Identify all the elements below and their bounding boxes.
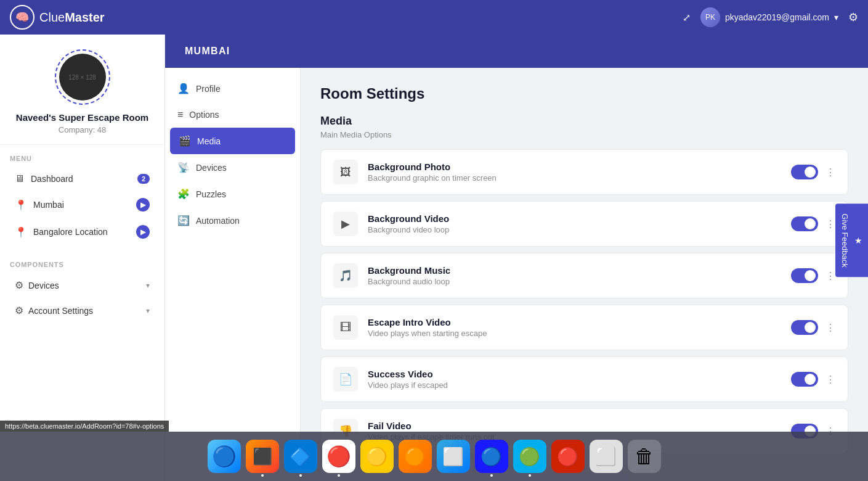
- devices-label: Devices: [28, 281, 59, 290]
- background-video-toggle[interactable]: [791, 216, 818, 231]
- sidebar-item-bangalore[interactable]: 📍 Bangalore Location ▶: [10, 219, 155, 245]
- background-video-more-icon[interactable]: ⋮: [825, 218, 835, 230]
- profile-nav-label: Profile: [196, 84, 221, 94]
- nav-item-media[interactable]: 🎬 Media: [170, 128, 295, 154]
- dock-dot-skype: [529, 474, 531, 477]
- dock-preview[interactable]: ⬜: [590, 440, 623, 473]
- escape-intro-desc: Video plays when starting escape: [368, 329, 781, 338]
- success-video-name: Success Video: [368, 369, 781, 379]
- preview-icon: ⬜: [595, 446, 617, 467]
- feedback-label: Give Feedback: [840, 213, 850, 267]
- dock-app-red[interactable]: 🔴: [551, 440, 585, 473]
- background-photo-toggle[interactable]: [791, 165, 818, 179]
- mac-dock: 🔵 ⬛ 🔷 🔴 🟡 🟠 ⬜ 🔵 🟢 🔴 ⬜ 🗑: [0, 432, 868, 481]
- media-nav-label: Media: [197, 136, 221, 146]
- finder-icon: 🔵: [212, 445, 237, 468]
- settings-icon[interactable]: ⚙: [848, 10, 858, 24]
- bangalore-icon: 📍: [15, 226, 27, 238]
- page-title: Room Settings: [320, 85, 848, 102]
- background-photo-info: Background Photo Background graphic on t…: [368, 162, 781, 183]
- trash-icon: 🗑: [635, 445, 654, 468]
- puzzles-nav-label: Puzzles: [196, 189, 226, 199]
- main-content: MUMBAI 👤 Profile ≡ Options 🎬 Media: [165, 35, 868, 481]
- app-red-icon: 🔴: [557, 446, 578, 467]
- room-name: Naveed's Super Escape Room: [16, 112, 148, 123]
- menu-section: MENU 🖥 Dashboard 2 📍 Mumbai ▶ 📍 Bangalor…: [0, 145, 164, 251]
- media-card-background-photo: 🖼 Background Photo Background graphic on…: [320, 149, 848, 195]
- user-menu[interactable]: PK pkyadav22019@gmail.com ▾: [700, 7, 838, 27]
- dock-appstore[interactable]: ⬜: [437, 440, 470, 473]
- background-music-icon: 🎵: [333, 263, 358, 288]
- expand-icon[interactable]: ⤢: [683, 12, 691, 23]
- middle-navigation: 👤 Profile ≡ Options 🎬 Media 📡 Devices 🧩: [165, 68, 301, 481]
- left-sidebar: 128 × 128 Naveed's Super Escape Room Com…: [0, 35, 165, 481]
- dock-trash[interactable]: 🗑: [628, 440, 661, 473]
- profile-section: 128 × 128 Naveed's Super Escape Room Com…: [0, 35, 164, 145]
- dock-notes[interactable]: 🟡: [360, 440, 394, 473]
- background-music-toggle[interactable]: [791, 268, 818, 283]
- dock-skype[interactable]: 🟢: [513, 440, 546, 473]
- media-card-background-video: ▶ Background Video Background video loop…: [320, 201, 848, 247]
- devices-icon: ⚙: [15, 279, 23, 291]
- dock-chrome[interactable]: 🔴: [322, 440, 355, 473]
- content-area: 👤 Profile ≡ Options 🎬 Media 📡 Devices 🧩: [165, 68, 868, 481]
- launchpad-icon: ⬛: [253, 447, 272, 466]
- media-card-success-video: 📄 Success Video Video plays if escaped ⋮: [320, 356, 848, 402]
- escape-intro-name: Escape Intro Video: [368, 317, 781, 327]
- puzzles-nav-icon: 🧩: [177, 188, 190, 200]
- background-music-controls: ⋮: [791, 268, 835, 283]
- logo-icon: 🧠: [10, 5, 34, 30]
- dashboard-icon: 🖥: [15, 173, 25, 184]
- components-label: COMPONENTS: [10, 261, 155, 268]
- background-photo-name: Background Photo: [368, 162, 781, 172]
- background-photo-controls: ⋮: [791, 165, 835, 179]
- account-settings-label: Account Settings: [28, 306, 93, 316]
- dock-finder[interactable]: 🔵: [208, 440, 241, 473]
- escape-intro-toggle[interactable]: [791, 320, 818, 335]
- nav-item-automation[interactable]: 🔄 Automation: [165, 207, 300, 234]
- sidebar-item-dashboard[interactable]: 🖥 Dashboard 2: [10, 167, 155, 191]
- nav-item-puzzles[interactable]: 🧩 Puzzles: [165, 181, 300, 207]
- background-music-more-icon[interactable]: ⋮: [825, 270, 835, 282]
- devices-nav-label: Devices: [196, 163, 227, 173]
- options-nav-icon: ≡: [177, 109, 183, 120]
- avatar-inner: 128 × 128: [59, 54, 106, 101]
- dock-dot: [261, 474, 264, 477]
- dock-launchpad[interactable]: ⬛: [246, 440, 279, 473]
- sidebar-item-account-settings[interactable]: ⚙ Account Settings ▾: [10, 298, 155, 323]
- skype-icon: 🟢: [519, 446, 540, 467]
- mumbai-icon: 📍: [15, 199, 27, 211]
- mumbai-active-dot: ▶: [136, 198, 150, 212]
- dock-vscode[interactable]: 🔷: [284, 440, 317, 473]
- background-video-icon: ▶: [333, 212, 358, 236]
- nav-item-profile[interactable]: 👤 Profile: [165, 75, 300, 102]
- profile-nav-icon: 👤: [177, 83, 190, 94]
- dock-pages[interactable]: 🟠: [399, 440, 432, 473]
- options-nav-label: Options: [189, 110, 219, 120]
- account-settings-icon: ⚙: [15, 305, 23, 316]
- escape-intro-more-icon[interactable]: ⋮: [825, 322, 835, 334]
- dock-browser[interactable]: 🔵: [475, 440, 508, 473]
- account-settings-chevron-icon: ▾: [146, 306, 150, 315]
- background-photo-more-icon[interactable]: ⋮: [825, 166, 835, 178]
- feedback-button[interactable]: ★ Give Feedback: [835, 204, 868, 277]
- notes-icon: 🟡: [366, 446, 387, 467]
- company-info: Company: 48: [59, 125, 106, 134]
- success-video-more-icon[interactable]: ⋮: [825, 374, 835, 385]
- sidebar-item-devices[interactable]: ⚙ Devices ▾: [10, 273, 155, 297]
- success-video-toggle[interactable]: [791, 372, 818, 387]
- media-card-background-music: 🎵 Background Music Background audio loop…: [320, 253, 848, 298]
- sidebar-item-mumbai[interactable]: 📍 Mumbai ▶: [10, 192, 155, 218]
- nav-item-devices[interactable]: 📡 Devices: [165, 154, 300, 181]
- automation-nav-label: Automation: [196, 216, 240, 226]
- browser-icon: 🔵: [481, 446, 502, 467]
- chrome-icon: 🔴: [327, 445, 351, 468]
- nav-right: ⤢ PK pkyadav22019@gmail.com ▾ ⚙: [683, 7, 858, 27]
- nav-item-options[interactable]: ≡ Options: [165, 102, 300, 128]
- avatar-size-label: 128 × 128: [68, 74, 96, 81]
- escape-intro-icon: 🎞: [333, 315, 358, 340]
- dock-dot-chrome: [338, 474, 340, 477]
- top-navigation: 🧠 ClueMaster ⤢ PK pkyadav22019@gmail.com…: [0, 0, 868, 35]
- media-section: Media Main Media Options 🖼 Background Ph…: [320, 115, 848, 454]
- success-video-icon: 📄: [333, 367, 358, 392]
